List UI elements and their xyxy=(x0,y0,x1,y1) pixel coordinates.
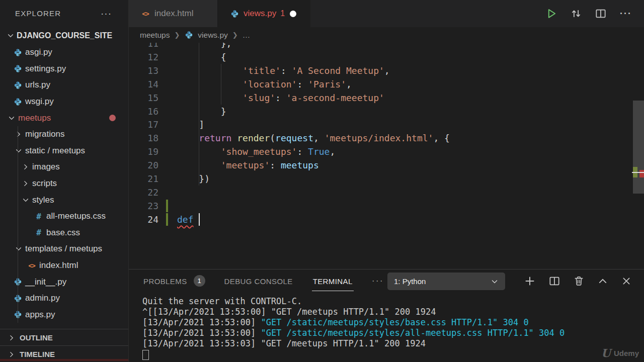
python-file-icon xyxy=(13,48,22,57)
maximize-panel-icon[interactable] xyxy=(598,276,608,286)
explorer-more-icon[interactable]: ··· xyxy=(101,8,112,19)
line-number[interactable]: 17 xyxy=(129,118,158,131)
line-number[interactable]: 13 xyxy=(129,64,158,77)
code-line-11[interactable]: 11 }, xyxy=(129,43,644,50)
panel-more-icon[interactable]: ··· xyxy=(372,276,384,286)
panel-tab-label: DEBUG CONSOLE xyxy=(223,271,294,291)
terminal-shell-select[interactable]: 1: Python xyxy=(387,273,505,290)
tab-views-py[interactable]: views.py 1 xyxy=(218,0,310,27)
code-line-24[interactable]: 24def xyxy=(129,213,644,226)
code-line-20[interactable]: 20 'meetups': meetups xyxy=(129,158,644,172)
tree-item-label: apps.py xyxy=(25,310,55,320)
code-line-22[interactable]: 22 xyxy=(129,186,644,199)
tab-problem-count: 1 xyxy=(280,9,285,18)
tree-item-urls-py[interactable]: urls.py xyxy=(0,77,128,94)
code-line-19[interactable]: 19 'show_meetups': True, xyxy=(129,145,644,158)
line-number[interactable]: 22 xyxy=(129,186,158,199)
line-number[interactable]: 19 xyxy=(129,145,158,158)
run-icon[interactable] xyxy=(546,8,557,19)
line-number[interactable]: 12 xyxy=(129,50,158,64)
code-text: 'show_meetups': True, xyxy=(177,145,335,158)
chevron-down-icon xyxy=(22,196,29,204)
breadcrumb-symbol[interactable]: … xyxy=(243,31,251,40)
terminal-output[interactable]: Quit the server with CONTROL-C.^[[13/Apr… xyxy=(142,296,565,360)
tab-debug-console[interactable]: DEBUG CONSOLE xyxy=(223,269,294,292)
tree-item-migrations[interactable]: migrations xyxy=(0,126,128,143)
overview-ruler-cursor-mark xyxy=(632,172,644,173)
unsaved-dot-icon xyxy=(290,11,296,17)
tree-item-styles[interactable]: styles xyxy=(0,192,128,208)
code-line-15[interactable]: 15 'slug': 'a-second-meeetup' xyxy=(129,91,644,105)
tree-item-admin-py[interactable]: admin.py xyxy=(0,290,128,307)
code-line-18[interactable]: 18 return render(request, 'meetups/index… xyxy=(129,131,644,145)
code-line-13[interactable]: 13 'title': 'A Second Meetup', xyxy=(129,64,644,77)
tree-item--init-py[interactable]: __init__.py xyxy=(0,274,128,290)
close-panel-icon[interactable] xyxy=(621,276,631,286)
tree-item-asgi-py[interactable]: asgi.py xyxy=(0,44,128,61)
line-number[interactable]: 23 xyxy=(129,199,158,213)
split-terminal-icon[interactable] xyxy=(549,276,560,287)
html-file-icon: <> xyxy=(141,9,150,18)
tree-item-label: images xyxy=(32,162,60,172)
chevron-down-icon xyxy=(491,278,499,286)
breadcrumb-folder[interactable]: meetups xyxy=(140,31,170,40)
split-editor-icon[interactable] xyxy=(595,8,606,19)
tree-item-all-meetups-css[interactable]: #all-meetups.css xyxy=(0,208,128,225)
tab-problems[interactable]: PROBLEMS 1 xyxy=(142,269,205,292)
breadcrumb-file[interactable]: views.py xyxy=(198,31,227,40)
tree-item-settings-py[interactable]: settings.py xyxy=(0,61,128,77)
tab-terminal[interactable]: TERMINAL xyxy=(312,269,354,292)
tree-item-base-css[interactable]: #base.css xyxy=(0,225,128,241)
tree-item-wsgi-py[interactable]: wsgi.py xyxy=(0,94,128,110)
tree-item-label: admin.py xyxy=(25,293,60,303)
code-line-21[interactable]: 21 }) xyxy=(129,172,644,186)
css-file-icon: # xyxy=(34,212,43,221)
workspace-root-folder[interactable]: DJANGO_COURSE_SITE xyxy=(0,27,128,44)
chevron-down-icon xyxy=(8,114,15,122)
line-number[interactable]: 11 xyxy=(129,43,158,50)
tree-item-images[interactable]: images xyxy=(0,159,128,175)
code-text: { xyxy=(177,50,226,64)
code-line-12[interactable]: 12 { xyxy=(129,50,644,64)
compare-changes-icon[interactable] xyxy=(571,8,582,19)
kill-terminal-icon[interactable] xyxy=(574,276,584,286)
css-file-icon: # xyxy=(34,228,43,237)
panel-tab-label: PROBLEMS xyxy=(142,271,188,291)
tree-item-static-meetups[interactable]: static / meetups xyxy=(0,143,128,159)
text-cursor xyxy=(199,213,200,226)
code-editor[interactable]: 11 },12 {13 'title': 'A Second Meetup',1… xyxy=(129,43,644,269)
terminal-cursor xyxy=(142,350,149,360)
chevron-down-icon xyxy=(15,147,22,154)
line-number[interactable]: 15 xyxy=(129,91,158,105)
tree-item-label: base.css xyxy=(46,228,80,238)
tree-item-scripts[interactable]: scripts xyxy=(0,175,128,192)
line-number[interactable]: 21 xyxy=(129,172,158,186)
more-actions-icon[interactable]: ··· xyxy=(620,9,632,19)
timeline-label: TIMELINE xyxy=(20,350,55,358)
tree-item-meetups[interactable]: meetups xyxy=(0,110,128,126)
tree-item-apps-py[interactable]: apps.py xyxy=(0,307,128,323)
line-number[interactable]: 16 xyxy=(129,105,158,118)
code-line-23[interactable]: 23 xyxy=(129,199,644,213)
new-terminal-icon[interactable] xyxy=(524,276,535,287)
line-number[interactable]: 18 xyxy=(129,131,158,145)
terminal-line: [13/Apr/2021 13:53:00] "GET /static/meet… xyxy=(142,328,565,338)
code-text: } xyxy=(177,105,226,118)
sidebar-section-outline[interactable]: OUTLINE xyxy=(0,329,128,346)
code-line-16[interactable]: 16 } xyxy=(129,105,644,118)
tree-item-index-html[interactable]: <>index.html xyxy=(0,257,128,274)
code-line-14[interactable]: 14 'location': 'Paris', xyxy=(129,77,644,91)
editor-scrollbar[interactable] xyxy=(633,101,644,194)
tab-index-html[interactable]: <> index.html xyxy=(129,0,218,27)
code-line-17[interactable]: 17 ] xyxy=(129,118,644,131)
tree-item-label: wsgi.py xyxy=(25,97,54,107)
tree-item-label: static / meetups xyxy=(25,146,85,156)
tree-item-label: meetups xyxy=(18,113,51,123)
line-number[interactable]: 14 xyxy=(129,77,158,91)
line-number[interactable]: 20 xyxy=(129,158,158,172)
line-number[interactable]: 24 xyxy=(129,213,158,226)
chevron-right-icon xyxy=(8,334,15,341)
gutter-added-indicator xyxy=(166,200,168,212)
html-file-icon: <> xyxy=(27,261,36,270)
tree-item-templates-meetups[interactable]: templates / meetups xyxy=(0,241,128,257)
